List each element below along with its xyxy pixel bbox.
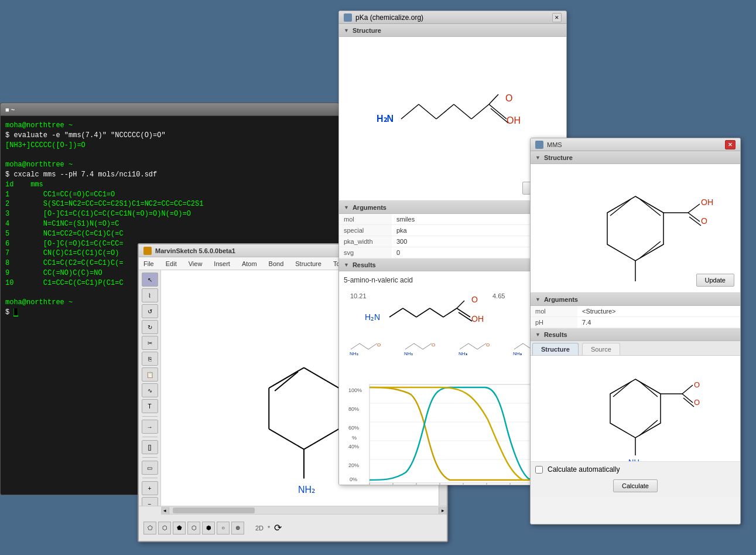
svg-text:NH₂: NH₂ [350,351,358,356]
svg-text:NH₃: NH₃ [459,351,467,356]
mms-structure-header[interactable]: ▼ Structure [531,151,740,164]
marvin-bottom-bar: ◂ ▸ ⬠ ⬡ ⬟ ⬡ ⬢ ○ ⊕ 2D * ⟳ [139,506,447,541]
menu-insert[interactable]: Insert [211,259,232,268]
shapes-bar: ⬠ ⬡ ⬟ ⬡ ⬢ ○ ⊕ 2D * ⟳ [139,515,447,541]
svg-line-2 [304,429,339,450]
tool-bracket[interactable]: [] [142,440,158,454]
tool-arrow[interactable]: ↖ [142,273,158,287]
menu-atom[interactable]: Atom [240,259,259,268]
mms-arg-ph-value[interactable]: 7.4 [577,317,740,328]
terminal-cmd: $ cxcalc mms --pH 7.4 mols/nci10.sdf [5,170,334,180]
menu-structure[interactable]: Structure [293,259,324,268]
shape-hexagon[interactable]: ⬡ [187,522,200,534]
svg-line-41 [368,343,377,349]
mms-results-label: Results [544,331,567,338]
tool-redo[interactable]: ↻ [142,320,158,334]
svg-marker-88 [607,196,663,261]
svg-text:H₂N: H₂N [377,114,394,124]
pka-arguments-label: Arguments [353,204,386,211]
mms-tab-structure[interactable]: Structure [532,343,579,355]
mms-arguments-area: mol <Structure> pH 7.4 [531,306,740,328]
shape-pentagon2[interactable]: ⬟ [173,522,186,534]
shape-hexagon-open[interactable]: ⬡ [158,522,171,534]
pka-titlebar-left: pKa (chemicalize.org) [344,13,423,22]
marvin-toolbar: ↖ ⌇ ↺ ↻ ✂ ⎘ 📋 ∿ T → [] ▭ + − [139,270,161,541]
svg-line-51 [477,343,486,349]
tool-plus[interactable]: + [142,481,158,495]
terminal-prompt: moha@northtree ~ [5,160,334,170]
svg-line-91 [610,199,631,216]
tool-chain[interactable]: ∿ [142,383,158,397]
shape-custom[interactable]: ⊕ [231,522,244,534]
terminal-titlebar: ■ ~ [1,103,339,116]
svg-text:O: O [505,93,512,103]
mms-results-arrow-icon: ▼ [535,332,541,338]
svg-text:O: O [694,380,700,389]
mms-close-button[interactable]: ✕ [725,140,736,149]
menu-file[interactable]: File [141,259,156,268]
svg-text:O: O [377,342,381,348]
scrollbar-h[interactable]: ◂ ▸ [161,506,447,515]
mms-tab-source[interactable]: Source [582,343,620,355]
svg-text:100%: 100% [348,387,362,393]
mms-arguments-arrow-icon: ▼ [535,297,541,302]
mms-result-svg: O O NH₂ [571,356,700,461]
shape-ring[interactable]: ○ [217,522,230,534]
pka-close-button[interactable]: ✕ [552,13,562,22]
mms-update-button[interactable]: Update [696,274,734,287]
terminal-cmd: $ evaluate -e "mms(7.4)" "NCCCCC(O)=O" [5,131,166,139]
mms-structure-svg: O OH NH₂ [553,176,717,281]
svg-text:O: O [701,216,707,226]
tool-paste[interactable]: 📋 [142,367,158,382]
statusbar-dot: * [268,525,270,532]
svg-line-96 [688,204,700,213]
results-arrow-icon: ▼ [344,262,349,268]
menu-bond[interactable]: Bond [266,259,286,268]
terminal-output: 4 N=C1NC=(S1)N(=O)=C [5,219,334,229]
toolbar-divider4 [142,478,158,478]
tool-cut[interactable]: ✂ [142,336,158,350]
svg-line-89 [640,199,661,216]
svg-text:OH: OH [507,115,521,125]
svg-line-102 [639,420,658,435]
shape-hexagon2[interactable]: ⬢ [202,522,215,534]
svg-line-90 [640,241,661,258]
svg-text:O: O [694,398,700,407]
svg-line-22 [491,108,508,123]
svg-marker-100 [610,379,661,438]
mms-auto-calc-checkbox[interactable] [535,466,543,474]
svg-text:NH₂: NH₂ [404,351,413,356]
svg-text:20%: 20% [348,462,359,468]
structure-arrow-icon: ▼ [344,28,349,33]
scroll-left-btn[interactable]: ◂ [161,507,169,514]
tool-text[interactable]: T [142,399,158,413]
mms-calculate-button[interactable]: Calculate [613,479,658,492]
tool-undo[interactable]: ↺ [142,304,158,318]
pka-structure-header[interactable]: ▼ Structure [339,24,566,37]
svg-rect-66 [370,384,545,483]
menu-edit[interactable]: Edit [163,259,179,268]
scroll-right-btn[interactable]: ▸ [439,507,447,514]
svg-text:O: O [471,295,478,304]
zoom-indicator[interactable]: ⟳ [274,522,282,533]
tool-lasso[interactable]: ⌇ [142,288,158,302]
mms-bottom-bar: Calculate automatically [531,461,740,477]
svg-line-46 [423,343,432,349]
tool-arrow-bond[interactable]: → [142,420,158,434]
mms-titlebar-left: MMS [535,141,562,149]
terminal-prompt: moha@northtree ~ [5,121,73,130]
micro-species-3: O NH₃ [457,335,504,364]
mms-arg-mol-value[interactable]: <Structure> [577,306,740,317]
mms-results-tabs: Structure Source [531,341,740,356]
scroll-thumb-h[interactable] [173,508,255,513]
tool-copy[interactable]: ⎘ [142,352,158,366]
tool-selector[interactable]: ▭ [142,461,158,475]
svg-line-16 [401,104,419,119]
svg-text:60%: 60% [348,425,359,431]
mms-arguments-header[interactable]: ▼ Arguments [531,293,740,306]
menu-view[interactable]: View [186,259,205,268]
pka-micro-species: O NH₂ O NH₂ O NH₃ [344,335,562,364]
mms-calc-btn-area: Calculate [531,477,740,497]
shape-pentagon[interactable]: ⬠ [143,522,156,534]
mms-results-header[interactable]: ▼ Results [531,328,740,341]
